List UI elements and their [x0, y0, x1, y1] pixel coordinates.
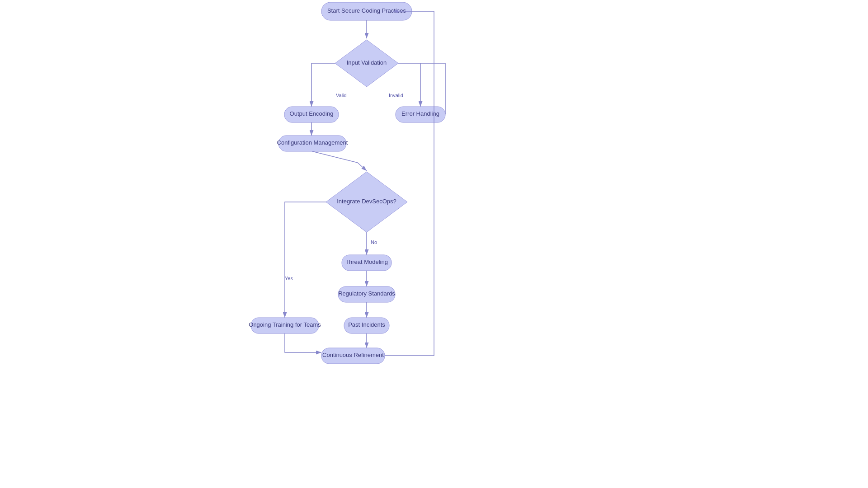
yes-label: Yes — [285, 276, 293, 281]
start-label: Start Secure Coding Practices — [327, 7, 406, 14]
arrow-invalid — [398, 63, 420, 107]
arrow-ongoing-to-continuous — [285, 333, 321, 352]
regulatory-label: Regulatory Standards — [338, 290, 395, 297]
config-mgmt-label: Configuration Management — [277, 139, 348, 146]
past-incidents-label: Past Incidents — [348, 321, 385, 328]
arrow-yes-ongoing — [285, 202, 326, 318]
input-validation-label: Input Validation — [347, 59, 387, 66]
ongoing-training-label: Ongoing Training for Teams — [249, 321, 321, 328]
devsecops-label: Integrate DevSecOps? — [337, 198, 396, 205]
no-label: No — [371, 239, 377, 245]
arrow-config-to-devsecops2 — [358, 163, 367, 171]
arrow-valid — [311, 63, 335, 107]
invalid-label: Invalid — [389, 93, 403, 98]
arrow-config-to-devsecops — [312, 151, 358, 163]
threat-modeling-label: Threat Modeling — [345, 258, 388, 265]
valid-label: Valid — [336, 93, 347, 98]
flowchart-container: Start Secure Coding Practices Input Vali… — [0, 0, 868, 488]
continuous-label: Continuous Refinement — [322, 352, 384, 358]
output-encoding-label: Output Encoding — [290, 110, 334, 117]
